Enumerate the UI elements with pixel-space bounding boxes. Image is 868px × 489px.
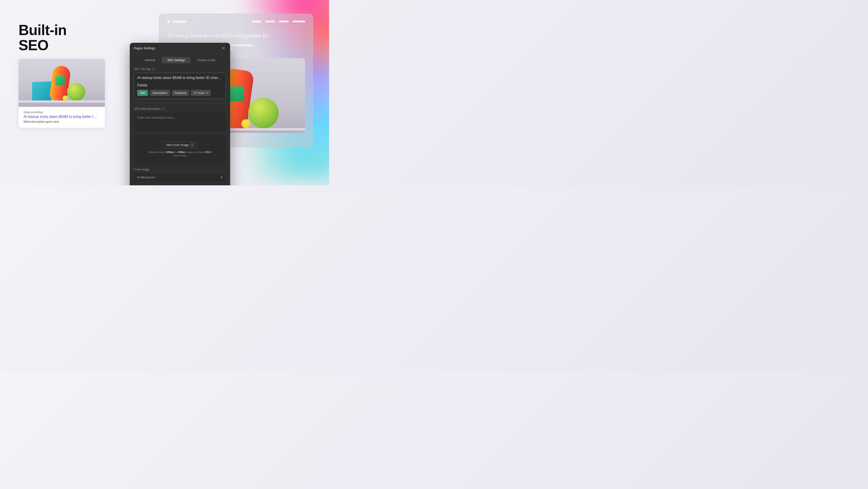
info-icon[interactable]: i (162, 108, 165, 110)
preview-image (19, 59, 105, 107)
nav-placeholder (173, 20, 187, 23)
nav-item (292, 21, 305, 22)
seo-title-label: SEO Title Tag i (134, 67, 226, 70)
tab-custom-code[interactable]: Custom Code (192, 57, 220, 63)
cover-image-upload: Add Cover Image + Upload at least 1200px… (134, 135, 226, 164)
plus-icon: + (191, 143, 194, 147)
seo-title-input-container: AI startup locks down $54M to bring bett… (134, 73, 226, 99)
settings-tabs: General SEO Settings Custom Code (130, 54, 230, 67)
hero-title-line2: SEO (19, 37, 49, 53)
sort-icon: ▲▼ (221, 176, 223, 178)
field-chip-description[interactable]: Description (150, 90, 170, 96)
tab-seo-settings[interactable]: SEO Settings (162, 57, 190, 63)
chevron-down-icon (206, 92, 208, 94)
fields-heading: Fields (137, 83, 223, 88)
cover-image-hint: Upload at least 1200px by 630px image an… (137, 150, 223, 157)
nav-item (279, 21, 288, 22)
field-chip-more[interactable]: 17 more (191, 90, 211, 96)
field-chip-title[interactable]: Title (137, 90, 148, 96)
pages-settings-panel: Pages Settings General SEO Settings Cust… (130, 43, 230, 185)
info-icon[interactable]: i (152, 68, 155, 70)
preview-url: droip.com/blog (24, 110, 100, 114)
nav-item (252, 21, 261, 22)
site-logo-icon (167, 20, 170, 24)
close-icon (222, 47, 225, 50)
preview-description: Meta description goes here (24, 120, 100, 123)
tab-general[interactable]: General (139, 57, 160, 63)
meta-description-input[interactable]: Enter meta description here... (134, 113, 226, 131)
seo-preview-card: droip.com/blog AI startup locks down $54… (19, 59, 105, 128)
cover-image-select-value: Profile picture (137, 176, 155, 179)
meta-description-label: SEO Meta Description i (134, 107, 226, 110)
cover-image-select[interactable]: Profile picture ▲▼ (134, 173, 226, 181)
divider (134, 103, 226, 103)
hero-title: Built-in SEO (19, 23, 66, 53)
field-chip-featured[interactable]: Featured (172, 90, 189, 96)
nav-item (266, 21, 275, 22)
hero-title-line1: Built-in (19, 22, 66, 38)
preview-title: AI startup locks down $54M to bring bett… (24, 115, 100, 119)
cover-image-label: Cover Image (134, 168, 226, 171)
panel-title: Pages Settings (134, 47, 155, 50)
seo-title-input[interactable]: AI startup locks down $54M to bring bett… (137, 76, 223, 80)
close-button[interactable] (221, 46, 226, 50)
page-headline: AI startup locks down $54M to bring bett… (167, 32, 305, 39)
add-cover-image-button[interactable]: Add Cover Image + (162, 142, 197, 148)
